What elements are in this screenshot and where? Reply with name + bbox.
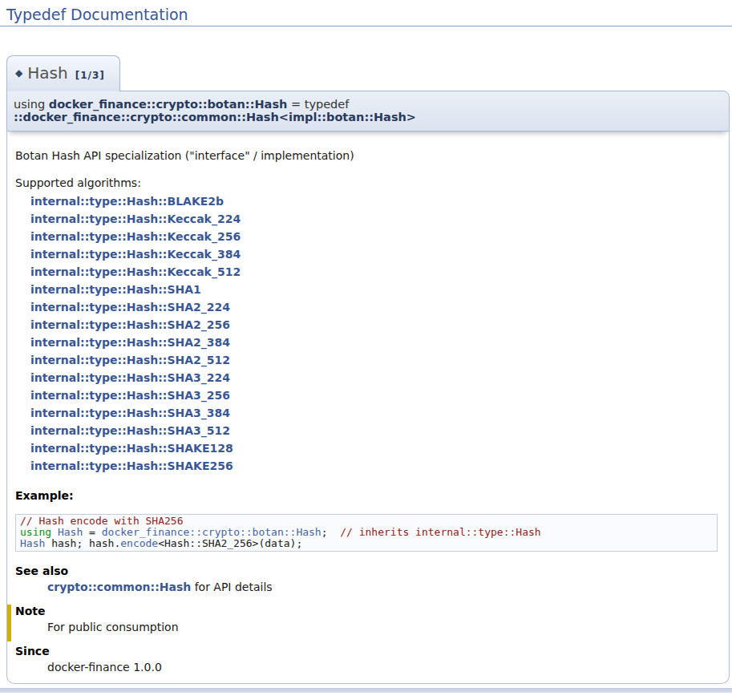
code-keyword: using (20, 526, 58, 538)
member-prototype: using docker_finance::crypto::botan::Has… (6, 91, 730, 132)
note-text: For public consumption (47, 621, 719, 633)
code-text: <Hash::SHA2_256>(data); (158, 537, 302, 549)
member-tab-label: Hash (27, 63, 67, 83)
note-label: Note (15, 605, 719, 617)
proto-equals-typedef: = typedef (287, 98, 349, 111)
code-line: Hash hash; hash.encode<Hash::SHA2_256>(d… (20, 538, 713, 549)
code-typedef-link[interactable]: docker_finance::crypto::botan::Hash (102, 526, 322, 538)
example-section: Example: (15, 489, 719, 502)
see-also-link[interactable]: crypto::common::Hash (47, 581, 191, 593)
see-also-text: for API details (191, 581, 272, 593)
algorithm-link[interactable]: internal::type::Hash::SHA3_256 (30, 386, 719, 404)
algorithm-link[interactable]: internal::type::Hash::SHA2_384 (30, 334, 719, 351)
proto-using-keyword: using (14, 98, 49, 111)
code-encode-link[interactable]: encode (120, 537, 158, 549)
member-documentation: Botan Hash API specialization ("interfac… (6, 132, 730, 684)
algorithm-link[interactable]: internal::type::Hash::Keccak_384 (30, 245, 719, 263)
algorithm-link[interactable]: internal::type::Hash::SHAKE256 (30, 457, 719, 475)
member-tab-count: [1/3] (75, 70, 105, 81)
member-item: ◆Hash [1/3] using docker_finance::crypto… (6, 55, 730, 684)
code-text: = (83, 526, 101, 538)
since-text: docker-finance 1.0.0 (47, 661, 719, 674)
algorithm-list: internal::type::Hash::BLAKE2binternal::t… (30, 192, 719, 475)
code-text: ; (322, 526, 340, 538)
note-section: Note For public consumption (7, 605, 719, 641)
proto-target-type-link[interactable]: ::docker_finance::crypto::common::Hash<i… (14, 111, 416, 123)
code-line: // Hash encode with SHA256 (20, 516, 713, 527)
see-also-label: See also (15, 564, 719, 577)
algorithm-link[interactable]: internal::type::Hash::SHA3_224 (30, 369, 719, 386)
code-hash-link[interactable]: Hash (58, 526, 83, 538)
algorithm-link[interactable]: internal::type::Hash::SHA2_224 (30, 298, 719, 316)
proto-typedef-name-link[interactable]: docker_finance::crypto::botan::Hash (49, 98, 288, 111)
algorithm-link[interactable]: internal::type::Hash::SHA3_512 (30, 422, 719, 439)
algorithm-link[interactable]: internal::type::Hash::SHA3_384 (30, 404, 719, 422)
since-section: Since docker-finance 1.0.0 (15, 645, 719, 674)
algorithms-label: Supported algorithms: (15, 176, 719, 189)
algorithm-link[interactable]: internal::type::Hash::Keccak_224 (30, 210, 719, 228)
permalink-diamond-icon[interactable]: ◆ (15, 67, 22, 79)
code-line: using Hash = docker_finance::crypto::bot… (20, 527, 713, 538)
intro-paragraph: Botan Hash API specialization ("interfac… (15, 149, 719, 162)
code-comment: // inherits internal::type::Hash (340, 526, 540, 538)
algorithm-link[interactable]: internal::type::Hash::SHA1 (30, 281, 719, 298)
member-tab: ◆Hash [1/3] (6, 55, 120, 91)
example-label: Example: (15, 489, 719, 502)
since-label: Since (15, 645, 719, 658)
code-hash-link[interactable]: Hash (20, 537, 45, 549)
code-block: // Hash encode with SHA256 using Hash = … (15, 514, 718, 552)
section-separator-bar (0, 688, 732, 693)
see-also-section: See also crypto::common::Hash for API de… (15, 564, 719, 593)
page-title: Typedef Documentation (0, 0, 732, 26)
code-comment: // Hash encode with SHA256 (20, 515, 184, 527)
see-also-content: crypto::common::Hash for API details (47, 581, 719, 593)
algorithm-link[interactable]: internal::type::Hash::SHA2_512 (30, 351, 719, 369)
algorithm-link[interactable]: internal::type::Hash::Keccak_512 (30, 263, 719, 281)
algorithm-link[interactable]: internal::type::Hash::SHAKE128 (30, 439, 719, 457)
algorithm-link[interactable]: internal::type::Hash::Keccak_256 (30, 228, 719, 245)
algorithm-link[interactable]: internal::type::Hash::SHA2_256 (30, 316, 719, 334)
code-text: hash; hash. (45, 537, 120, 549)
algorithm-link[interactable]: internal::type::Hash::BLAKE2b (30, 192, 719, 210)
